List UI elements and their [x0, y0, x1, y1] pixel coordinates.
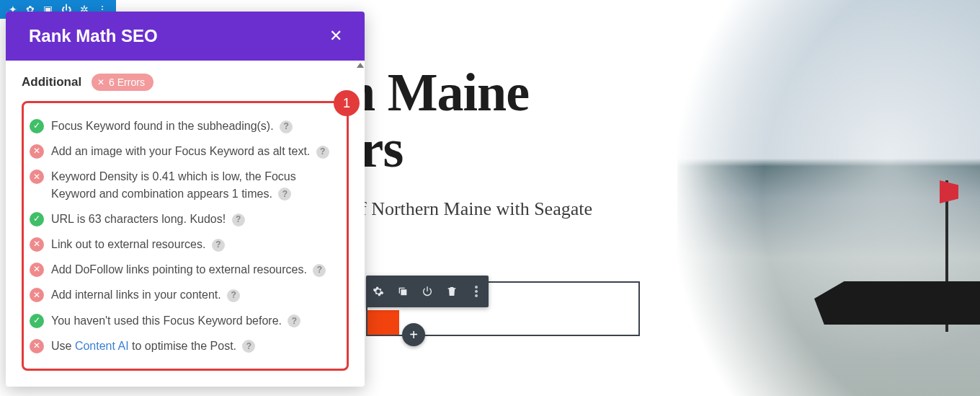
help-icon[interactable]: ? — [242, 340, 255, 353]
check-fail-icon: ✕ — [30, 339, 44, 353]
power-icon — [422, 286, 433, 297]
rank-math-panel: Rank Math SEO ✕ Additional ✕ 6 Errors 1 … — [6, 12, 365, 387]
add-block-button[interactable]: + — [402, 323, 425, 346]
check-fail-icon: ✕ — [30, 263, 44, 277]
check-fail-icon: ✕ — [30, 237, 44, 252]
annotation-marker: 1 — [334, 90, 360, 116]
help-icon[interactable]: ? — [212, 239, 225, 252]
errors-badge: ✕ 6 Errors — [92, 74, 153, 91]
check-pass-icon: ✓ — [30, 212, 44, 226]
help-icon[interactable]: ? — [316, 146, 329, 159]
block-more-button[interactable] — [464, 276, 489, 307]
block-delete-button[interactable] — [440, 276, 464, 307]
check-item: ✓URL is 63 characters long. Kudos! ? — [28, 206, 337, 232]
close-icon: ✕ — [97, 77, 104, 87]
svg-point-2 — [475, 294, 478, 297]
gear-icon — [373, 286, 384, 297]
page-title: n Maine lrs — [346, 65, 529, 177]
check-item: ✓Focus Keyword found in the subheading(s… — [28, 113, 337, 138]
section-title: Additional — [22, 75, 81, 89]
block-power-button[interactable] — [415, 276, 440, 307]
check-item: ✕Link out to external resources. ? — [28, 232, 337, 257]
duplicate-icon — [397, 286, 409, 297]
section-header[interactable]: Additional ✕ 6 Errors — [22, 74, 349, 91]
block-duplicate-button[interactable] — [391, 276, 415, 307]
panel-body: Additional ✕ 6 Errors 1 ✓Focus Keyword f… — [6, 61, 365, 387]
help-icon[interactable]: ? — [278, 188, 291, 201]
trash-icon — [446, 286, 458, 297]
panel-header: Rank Math SEO ✕ — [6, 12, 365, 61]
check-fail-icon: ✕ — [30, 288, 44, 302]
block-toolbar[interactable] — [366, 276, 489, 307]
close-icon: ✕ — [329, 27, 342, 45]
check-item: ✓You haven't used this Focus Keyword bef… — [28, 308, 337, 333]
panel-title: Rank Math SEO — [29, 26, 158, 46]
check-fail-icon: ✕ — [30, 170, 44, 184]
close-button[interactable]: ✕ — [324, 25, 347, 48]
help-icon[interactable]: ? — [227, 289, 240, 302]
help-icon[interactable]: ? — [288, 314, 300, 327]
check-item: ✕Add internal links in your content. ? — [28, 282, 337, 307]
help-icon[interactable]: ? — [232, 214, 245, 226]
scroll-up-icon[interactable] — [357, 63, 364, 68]
kebab-icon — [475, 286, 478, 297]
checks-list: 1 ✓Focus Keyword found in the subheading… — [22, 101, 349, 371]
check-fail-icon: ✕ — [30, 144, 44, 159]
svg-point-0 — [475, 286, 478, 289]
boat-flag — [940, 180, 958, 203]
check-text: Keyword Density is 0.41 which is low, th… — [51, 168, 335, 201]
check-text: Add an image with your Focus Keyword as … — [51, 143, 335, 159]
svg-point-1 — [475, 290, 478, 293]
check-text: Link out to external resources. ? — [51, 236, 335, 252]
check-pass-icon: ✓ — [30, 119, 44, 133]
boat-hull — [814, 281, 980, 325]
check-text: URL is 63 characters long. Kudos! ? — [51, 211, 335, 227]
check-text: Focus Keyword found in the subheading(s)… — [51, 118, 335, 134]
content-ai-link[interactable]: Content AI — [75, 340, 129, 352]
help-icon[interactable]: ? — [280, 120, 293, 133]
check-text: You haven't used this Focus Keyword befo… — [51, 312, 335, 329]
help-icon[interactable]: ? — [313, 264, 326, 277]
block-settings-button[interactable] — [366, 276, 391, 307]
check-text: Add DoFollow links pointing to external … — [51, 261, 335, 278]
check-text: Add internal links in your content. ? — [51, 286, 335, 303]
check-pass-icon: ✓ — [30, 314, 44, 328]
check-item: ✕Add DoFollow links pointing to external… — [28, 257, 337, 282]
page-subtitle: f Northern Maine with Seagate — [360, 198, 592, 220]
check-item: ✕Add an image with your Focus Keyword as… — [28, 138, 337, 164]
block-accent — [368, 310, 399, 335]
check-text: Use Content AI to optimise the Post. ? — [51, 338, 335, 354]
check-item: ✕Keyword Density is 0.41 which is low, t… — [28, 164, 337, 206]
hero-image — [677, 0, 980, 396]
check-item: ✕Use Content AI to optimise the Post. ? — [28, 333, 337, 358]
